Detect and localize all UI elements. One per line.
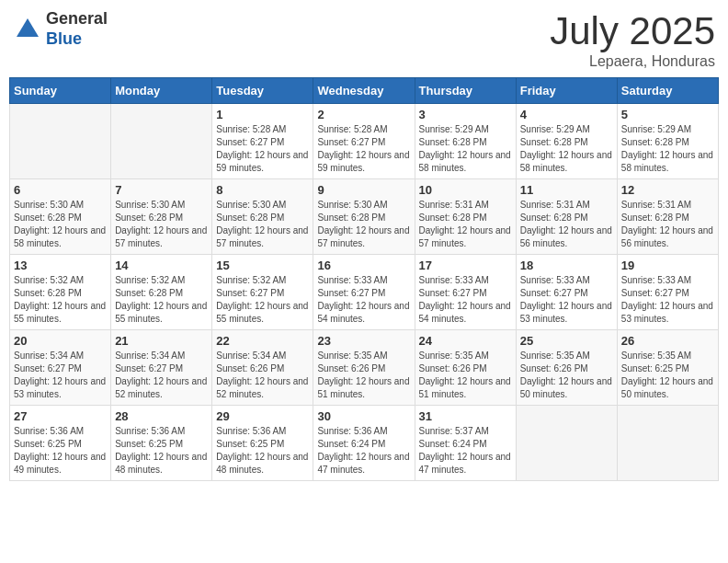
logo: General Blue	[13, 9, 108, 49]
logo-blue: Blue	[46, 29, 108, 50]
day-cell: 4Sunrise: 5:29 AMSunset: 6:28 PMDaylight…	[516, 104, 617, 179]
day-number: 27	[14, 409, 107, 423]
day-info: Sunrise: 5:36 AMSunset: 6:25 PMDaylight:…	[14, 425, 107, 477]
day-info: Sunrise: 5:32 AMSunset: 6:28 PMDaylight:…	[115, 274, 208, 326]
day-info: Sunrise: 5:31 AMSunset: 6:28 PMDaylight:…	[419, 199, 512, 250]
day-number: 14	[115, 259, 208, 272]
day-cell: 27Sunrise: 5:36 AMSunset: 6:25 PMDayligh…	[10, 406, 111, 481]
day-cell: 26Sunrise: 5:35 AMSunset: 6:25 PMDayligh…	[617, 330, 718, 406]
page-header: General Blue July 2025 Lepaera, Honduras	[9, 9, 719, 70]
day-cell: 9Sunrise: 5:30 AMSunset: 6:28 PMDaylight…	[313, 179, 415, 255]
week-row-1: 1Sunrise: 5:28 AMSunset: 6:27 PMDaylight…	[10, 104, 719, 179]
day-cell: 30Sunrise: 5:36 AMSunset: 6:24 PMDayligh…	[313, 406, 415, 481]
day-cell: 22Sunrise: 5:34 AMSunset: 6:26 PMDayligh…	[212, 330, 313, 406]
day-number: 2	[317, 108, 410, 121]
day-cell: 31Sunrise: 5:37 AMSunset: 6:24 PMDayligh…	[415, 406, 516, 481]
day-number: 24	[419, 334, 512, 348]
day-cell: 17Sunrise: 5:33 AMSunset: 6:27 PMDayligh…	[415, 255, 516, 330]
day-cell: 28Sunrise: 5:36 AMSunset: 6:25 PMDayligh…	[111, 406, 212, 481]
day-cell: 16Sunrise: 5:33 AMSunset: 6:27 PMDayligh…	[313, 255, 415, 330]
day-cell: 1Sunrise: 5:28 AMSunset: 6:27 PMDaylight…	[212, 104, 313, 179]
location: Lepaera, Honduras	[550, 53, 715, 70]
day-cell: 20Sunrise: 5:34 AMSunset: 6:27 PMDayligh…	[10, 330, 111, 406]
day-cell: 6Sunrise: 5:30 AMSunset: 6:28 PMDaylight…	[10, 179, 111, 255]
day-cell: 11Sunrise: 5:31 AMSunset: 6:28 PMDayligh…	[516, 179, 617, 255]
week-row-2: 6Sunrise: 5:30 AMSunset: 6:28 PMDaylight…	[10, 179, 719, 255]
day-number: 6	[14, 183, 107, 197]
day-info: Sunrise: 5:34 AMSunset: 6:26 PMDaylight:…	[216, 350, 309, 401]
day-cell: 8Sunrise: 5:30 AMSunset: 6:28 PMDaylight…	[212, 179, 313, 255]
day-cell	[111, 104, 212, 179]
day-info: Sunrise: 5:30 AMSunset: 6:28 PMDaylight:…	[216, 199, 309, 250]
day-number: 19	[621, 259, 714, 272]
day-number: 4	[520, 108, 613, 121]
day-number: 20	[14, 334, 107, 348]
day-number: 31	[419, 409, 512, 423]
day-cell: 21Sunrise: 5:34 AMSunset: 6:27 PMDayligh…	[111, 330, 212, 406]
week-row-4: 20Sunrise: 5:34 AMSunset: 6:27 PMDayligh…	[10, 330, 719, 406]
day-cell: 23Sunrise: 5:35 AMSunset: 6:26 PMDayligh…	[313, 330, 415, 406]
day-cell: 5Sunrise: 5:29 AMSunset: 6:28 PMDaylight…	[617, 104, 718, 179]
day-number: 8	[216, 183, 309, 197]
day-info: Sunrise: 5:35 AMSunset: 6:26 PMDaylight:…	[317, 350, 410, 401]
day-cell: 24Sunrise: 5:35 AMSunset: 6:26 PMDayligh…	[415, 330, 516, 406]
day-info: Sunrise: 5:33 AMSunset: 6:27 PMDaylight:…	[520, 274, 613, 326]
day-cell: 10Sunrise: 5:31 AMSunset: 6:28 PMDayligh…	[415, 179, 516, 255]
day-number: 12	[621, 183, 714, 197]
day-cell: 13Sunrise: 5:32 AMSunset: 6:28 PMDayligh…	[10, 255, 111, 330]
day-number: 9	[317, 183, 410, 197]
day-cell: 18Sunrise: 5:33 AMSunset: 6:27 PMDayligh…	[516, 255, 617, 330]
day-info: Sunrise: 5:36 AMSunset: 6:25 PMDaylight:…	[115, 425, 208, 477]
day-cell	[516, 406, 617, 481]
weekday-header-tuesday: Tuesday	[212, 78, 313, 104]
day-number: 5	[621, 108, 714, 121]
calendar: SundayMondayTuesdayWednesdayThursdayFrid…	[9, 77, 719, 481]
day-number: 26	[621, 334, 714, 348]
weekday-header-monday: Monday	[111, 78, 212, 104]
day-info: Sunrise: 5:29 AMSunset: 6:28 PMDaylight:…	[520, 123, 613, 175]
day-info: Sunrise: 5:37 AMSunset: 6:24 PMDaylight:…	[419, 425, 512, 477]
day-info: Sunrise: 5:28 AMSunset: 6:27 PMDaylight:…	[317, 123, 410, 175]
day-number: 29	[216, 409, 309, 423]
day-cell	[10, 104, 111, 179]
day-cell: 19Sunrise: 5:33 AMSunset: 6:27 PMDayligh…	[617, 255, 718, 330]
week-row-5: 27Sunrise: 5:36 AMSunset: 6:25 PMDayligh…	[10, 406, 719, 481]
weekday-header-row: SundayMondayTuesdayWednesdayThursdayFrid…	[10, 78, 719, 104]
day-info: Sunrise: 5:33 AMSunset: 6:27 PMDaylight:…	[317, 274, 410, 326]
day-info: Sunrise: 5:35 AMSunset: 6:26 PMDaylight:…	[520, 350, 613, 401]
day-number: 16	[317, 259, 410, 272]
weekday-header-sunday: Sunday	[10, 78, 111, 104]
day-info: Sunrise: 5:35 AMSunset: 6:26 PMDaylight:…	[419, 350, 512, 401]
day-info: Sunrise: 5:29 AMSunset: 6:28 PMDaylight:…	[621, 123, 714, 175]
day-cell	[617, 406, 718, 481]
day-number: 21	[115, 334, 208, 348]
day-cell: 15Sunrise: 5:32 AMSunset: 6:27 PMDayligh…	[212, 255, 313, 330]
day-cell: 14Sunrise: 5:32 AMSunset: 6:28 PMDayligh…	[111, 255, 212, 330]
day-info: Sunrise: 5:36 AMSunset: 6:24 PMDaylight:…	[317, 425, 410, 477]
day-info: Sunrise: 5:30 AMSunset: 6:28 PMDaylight:…	[14, 199, 107, 250]
day-cell: 2Sunrise: 5:28 AMSunset: 6:27 PMDaylight…	[313, 104, 415, 179]
day-number: 25	[520, 334, 613, 348]
week-row-3: 13Sunrise: 5:32 AMSunset: 6:28 PMDayligh…	[10, 255, 719, 330]
day-number: 30	[317, 409, 410, 423]
weekday-header-friday: Friday	[516, 78, 617, 104]
weekday-header-thursday: Thursday	[415, 78, 516, 104]
day-number: 1	[216, 108, 309, 121]
day-cell: 25Sunrise: 5:35 AMSunset: 6:26 PMDayligh…	[516, 330, 617, 406]
day-info: Sunrise: 5:31 AMSunset: 6:28 PMDaylight:…	[621, 199, 714, 250]
day-info: Sunrise: 5:34 AMSunset: 6:27 PMDaylight:…	[115, 350, 208, 401]
title-block: July 2025 Lepaera, Honduras	[550, 9, 715, 70]
day-number: 11	[520, 183, 613, 197]
day-info: Sunrise: 5:33 AMSunset: 6:27 PMDaylight:…	[621, 274, 714, 326]
day-number: 28	[115, 409, 208, 423]
day-cell: 12Sunrise: 5:31 AMSunset: 6:28 PMDayligh…	[617, 179, 718, 255]
day-cell: 3Sunrise: 5:29 AMSunset: 6:28 PMDaylight…	[415, 104, 516, 179]
day-info: Sunrise: 5:32 AMSunset: 6:28 PMDaylight:…	[14, 274, 107, 326]
day-info: Sunrise: 5:30 AMSunset: 6:28 PMDaylight:…	[115, 199, 208, 250]
day-number: 13	[14, 259, 107, 272]
day-info: Sunrise: 5:33 AMSunset: 6:27 PMDaylight:…	[419, 274, 512, 326]
day-number: 18	[520, 259, 613, 272]
day-number: 3	[419, 108, 512, 121]
day-number: 15	[216, 259, 309, 272]
day-cell: 29Sunrise: 5:36 AMSunset: 6:25 PMDayligh…	[212, 406, 313, 481]
